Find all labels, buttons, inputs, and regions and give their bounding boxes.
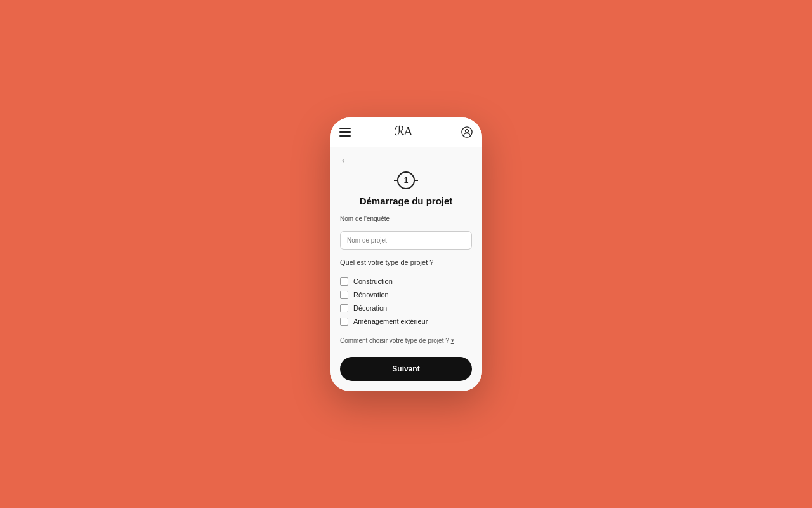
logo: ℛA bbox=[395, 124, 417, 140]
chevron-down-icon: ▾ bbox=[451, 337, 454, 344]
submit-button[interactable]: Suivant bbox=[340, 357, 472, 381]
svg-text:ℛA: ℛA bbox=[395, 124, 413, 138]
back-button[interactable]: ← bbox=[340, 155, 472, 166]
checkbox-item-construction[interactable]: Construction bbox=[340, 277, 472, 286]
svg-rect-0 bbox=[339, 128, 351, 129]
page-title: Démarrage du projet bbox=[340, 196, 472, 206]
project-type-question: Quel est votre type de projet ? bbox=[340, 258, 472, 266]
svg-rect-1 bbox=[339, 131, 351, 133]
phone-frame: ℛA ← 1 Démarrage du projet Nom d bbox=[330, 117, 482, 391]
user-icon[interactable] bbox=[461, 126, 473, 138]
step-indicator: 1 bbox=[340, 171, 472, 189]
checkbox-list: Construction Rénovation Décoration Aména… bbox=[340, 277, 472, 326]
field-label: Nom de l'enquête bbox=[340, 215, 472, 222]
back-arrow-icon: ← bbox=[340, 155, 350, 166]
content-area: ← 1 Démarrage du projet Nom de l'enquête… bbox=[330, 147, 482, 391]
checkbox-label-amenagement: Aménagement extérieur bbox=[353, 318, 428, 325]
checkbox-amenagement[interactable] bbox=[340, 318, 348, 326]
nav-bar: ℛA bbox=[330, 117, 482, 147]
menu-icon[interactable] bbox=[339, 126, 351, 138]
step-circle: 1 bbox=[397, 171, 415, 189]
checkbox-label-renovation: Rénovation bbox=[353, 291, 389, 298]
help-link-text: Comment choisir votre type de projet ? bbox=[340, 337, 449, 344]
checkbox-item-renovation[interactable]: Rénovation bbox=[340, 291, 472, 299]
checkbox-item-decoration[interactable]: Décoration bbox=[340, 304, 472, 312]
checkbox-label-decoration: Décoration bbox=[353, 304, 387, 312]
svg-rect-2 bbox=[339, 135, 351, 137]
form-section: Nom de l'enquête Quel est votre type de … bbox=[340, 215, 472, 344]
step-number: 1 bbox=[404, 176, 409, 185]
help-link[interactable]: Comment choisir votre type de projet ? ▾ bbox=[340, 337, 472, 344]
checkbox-renovation[interactable] bbox=[340, 291, 348, 299]
project-name-input[interactable] bbox=[340, 231, 472, 250]
checkbox-label-construction: Construction bbox=[353, 277, 393, 285]
svg-point-5 bbox=[465, 129, 468, 132]
checkbox-decoration[interactable] bbox=[340, 304, 348, 312]
checkbox-construction[interactable] bbox=[340, 277, 348, 286]
checkbox-item-amenagement[interactable]: Aménagement extérieur bbox=[340, 318, 472, 326]
